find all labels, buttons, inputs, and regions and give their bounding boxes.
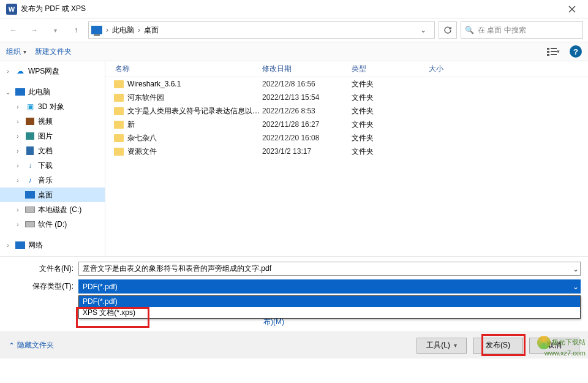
filename-label: 文件名(N): <box>7 264 78 274</box>
tree-node-downloads[interactable]: ›↓下载 <box>0 158 105 173</box>
help-button[interactable]: ? <box>570 45 582 58</box>
file-row[interactable]: 新 2022/11/28 16:27 文件夹 <box>105 118 588 131</box>
file-date: 2022/12/20 16:08 <box>262 134 352 142</box>
svg-rect-0 <box>547 48 549 50</box>
tree-node-videos[interactable]: ›视频 <box>0 114 105 129</box>
close-button[interactable] <box>559 0 586 18</box>
word-app-icon: W <box>6 4 17 15</box>
tree-node-network[interactable]: ›网络 <box>0 238 105 252</box>
folder-icon <box>114 80 124 88</box>
address-bar[interactable]: › 此电脑 › 桌面 ⌄ <box>88 21 435 39</box>
file-type: 文件夹 <box>352 93 429 103</box>
back-button[interactable]: ← <box>5 21 22 39</box>
file-type: 文件夹 <box>352 106 429 116</box>
disk-icon <box>24 219 36 229</box>
picture-icon <box>24 131 36 141</box>
chevron-down-icon[interactable]: ⌄ <box>573 283 579 291</box>
tree-node-wps[interactable]: › ☁ WPS网盘 <box>0 64 105 78</box>
forward-button[interactable]: → <box>26 21 43 39</box>
navigation-tree[interactable]: › ☁ WPS网盘 ⌄ 此电脑 ›▣3D 对象 ›视频 ›图片 ›文档 ›↓下载… <box>0 61 105 256</box>
file-date: 2022/11/28 16:27 <box>262 120 352 129</box>
chevron-right-icon: › <box>106 26 108 34</box>
tree-node-music[interactable]: ›♪音乐 <box>0 173 105 188</box>
search-placeholder: 在 桌面 中搜索 <box>478 25 526 36</box>
up-button[interactable]: ↑ <box>67 21 85 39</box>
svg-rect-5 <box>551 54 557 55</box>
file-type: 文件夹 <box>352 79 429 89</box>
chevron-right-icon[interactable]: › <box>4 68 12 75</box>
tree-node-documents[interactable]: ›文档 <box>0 143 105 158</box>
recent-locations-button[interactable]: ▾ <box>47 21 64 39</box>
file-row[interactable]: 资源文件 2023/1/2 13:17 文件夹 <box>105 145 588 158</box>
disk-icon <box>24 205 36 214</box>
svg-rect-1 <box>547 51 549 53</box>
pc-icon <box>15 87 26 97</box>
column-date[interactable]: 修改日期 <box>262 64 352 74</box>
file-name: 河东软件园 <box>127 93 262 103</box>
cancel-button[interactable]: 取消 <box>529 338 579 354</box>
dialog-footer: ⌃ 隐藏文件夹 工具(L) 发布(S) 取消 极光下载站 www.xz7.com <box>0 332 588 358</box>
cloud-icon: ☁ <box>15 66 26 76</box>
new-folder-button[interactable]: 新建文件夹 <box>35 47 72 57</box>
address-dropdown-icon[interactable]: ⌄ <box>415 26 432 34</box>
file-type: 文件夹 <box>352 146 429 157</box>
desktop-icon <box>24 190 36 200</box>
svg-rect-4 <box>551 51 557 52</box>
tools-menu-button[interactable]: 工具(L) <box>417 338 467 354</box>
view-options-button[interactable]: ▾ <box>545 45 561 58</box>
document-icon <box>24 146 36 156</box>
breadcrumb-segment[interactable]: 此电脑 <box>112 25 134 36</box>
save-type-dropdown[interactable]: PDF(*.pdf) XPS 文档(*.xps) <box>78 295 581 319</box>
file-row[interactable]: 杂七杂八 2022/12/20 16:08 文件夹 <box>105 131 588 145</box>
hide-folders-toggle[interactable]: ⌃ 隐藏文件夹 <box>9 340 54 351</box>
filename-input[interactable]: 意音文字是由表义的象形符号和表音的声旁组成的文字.pdf ⌄ <box>78 262 581 276</box>
option-pdf[interactable]: PDF(*.pdf) <box>79 296 580 307</box>
publish-button[interactable]: 发布(S) <box>473 338 523 354</box>
column-type[interactable]: 类型 <box>352 64 429 74</box>
chevron-right-icon: › <box>138 26 140 34</box>
file-row[interactable]: 文字是人类用表义符号记录表达信息以传... 2022/12/26 8:53 文件… <box>105 104 588 118</box>
column-name[interactable]: 名称 <box>105 64 262 74</box>
chevron-down-icon[interactable]: ⌄ <box>573 265 579 273</box>
chevron-up-icon: ⌃ <box>9 341 15 350</box>
file-row[interactable]: 河东软件园 2022/12/13 15:54 文件夹 <box>105 91 588 104</box>
file-type: 文件夹 <box>352 119 429 130</box>
folder-icon <box>114 121 124 129</box>
breadcrumb-segment[interactable]: 桌面 <box>144 25 159 36</box>
file-row[interactable]: Wireshark_3.6.1 2022/12/8 16:56 文件夹 <box>105 77 588 91</box>
this-pc-icon <box>91 26 102 34</box>
svg-rect-3 <box>551 48 557 49</box>
file-name: 新 <box>127 119 262 130</box>
tree-node-drive-d[interactable]: ›软件 (D:) <box>0 217 105 232</box>
navigation-bar: ← → ▾ ↑ › 此电脑 › 桌面 ⌄ 🔍 在 桌面 中搜索 <box>0 18 588 42</box>
save-type-select[interactable]: PDF(*.pdf) ⌄ <box>78 279 581 294</box>
folder-icon <box>114 107 124 115</box>
tree-node-desktop[interactable]: 桌面 <box>0 188 105 202</box>
folder-icon <box>114 134 124 142</box>
file-list-pane: 名称 修改日期 类型 大小 Wireshark_3.6.1 2022/12/8 … <box>105 61 588 256</box>
window-title: 发布为 PDF 或 XPS <box>21 4 559 14</box>
folder-icon <box>114 148 124 156</box>
title-bar: W 发布为 PDF 或 XPS <box>0 0 588 18</box>
save-type-label: 保存类型(T): <box>7 281 78 292</box>
tree-node-this-pc[interactable]: ⌄ 此电脑 <box>0 85 105 99</box>
option-xps[interactable]: XPS 文档(*.xps) <box>79 307 580 318</box>
refresh-button[interactable] <box>439 21 457 39</box>
tree-node-drive-c[interactable]: ›本地磁盘 (C:) <box>0 202 105 217</box>
file-name: 资源文件 <box>127 146 262 157</box>
download-icon: ↓ <box>24 161 36 170</box>
column-size[interactable]: 大小 <box>429 64 490 74</box>
folder-icon <box>114 94 124 102</box>
search-icon: 🔍 <box>465 26 474 34</box>
tree-node-3d-objects[interactable]: ›▣3D 对象 <box>0 99 105 114</box>
network-icon <box>15 240 26 250</box>
column-headers[interactable]: 名称 修改日期 类型 大小 <box>105 61 588 77</box>
file-name: Wireshark_3.6.1 <box>127 80 262 88</box>
chevron-down-icon[interactable]: ⌄ <box>4 89 12 96</box>
file-name: 文字是人类用表义符号记录表达信息以传... <box>127 106 262 116</box>
search-input[interactable]: 🔍 在 桌面 中搜索 <box>461 21 583 39</box>
organize-menu[interactable]: 组织▾ <box>6 47 26 57</box>
toolbar: 组织▾ 新建文件夹 ▾ ? <box>0 42 588 61</box>
tree-node-pictures[interactable]: ›图片 <box>0 129 105 143</box>
svg-rect-2 <box>547 54 549 56</box>
